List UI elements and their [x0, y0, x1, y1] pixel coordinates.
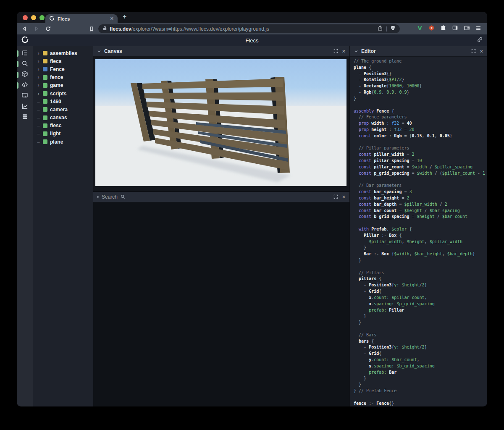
minimize-window-button[interactable]: [31, 15, 36, 20]
canvas-panel: Canvas ✕: [93, 46, 349, 191]
new-tab-button[interactable]: +: [123, 13, 126, 21]
nav-buttons: [21, 25, 52, 32]
menu-hamburger-icon[interactable]: [475, 25, 481, 33]
tree-item-flecs[interactable]: ›flecs: [33, 57, 93, 65]
extension-hexagon-icon[interactable]: [428, 25, 435, 33]
expand-caret-icon[interactable]: ›: [37, 50, 40, 56]
search-input[interactable]: Search: [102, 194, 118, 200]
share-icon[interactable]: [377, 25, 383, 33]
tree-item-label: flecs: [50, 58, 61, 64]
code-line: pillars {: [354, 276, 487, 282]
close-panel-icon[interactable]: ✕: [342, 195, 346, 199]
canvas-panel-title: Canvas: [104, 48, 122, 54]
fullscreen-icon[interactable]: [471, 47, 476, 55]
sidebar-button-canvas-icon[interactable]: [17, 91, 33, 102]
tab-close-icon[interactable]: ✕: [110, 16, 114, 21]
entity-color-square: [43, 51, 47, 55]
sidebar-button-chart-icon[interactable]: [17, 102, 33, 112]
url-host: flecs.dev: [110, 26, 131, 32]
expand-caret-icon[interactable]: ›: [37, 58, 40, 64]
flecs-favicon-icon: [49, 15, 55, 23]
zoom-window-button[interactable]: [39, 15, 45, 20]
fullscreen-icon[interactable]: [333, 193, 338, 201]
tree-item-1460[interactable]: –1460: [33, 97, 93, 105]
browser-tab[interactable]: Flecs ✕: [45, 14, 118, 23]
code-line: - Rotation3{$PI/2}: [354, 77, 487, 83]
tree-item-assemblies[interactable]: ›assemblies: [33, 49, 93, 57]
expand-caret-icon[interactable]: ›: [37, 91, 40, 97]
tree-item-light[interactable]: –light: [33, 130, 93, 138]
code-line: const pillar_spacing = 10: [354, 158, 487, 164]
chevron-down-icon[interactable]: [354, 47, 358, 55]
code-editor[interactable]: // The ground planeplane { - Position3{}…: [350, 57, 487, 406]
center-column: Canvas ✕: [93, 46, 349, 406]
sidebar-panel-icon[interactable]: [452, 25, 458, 33]
desktop: Flecs ✕ +: [0, 0, 504, 430]
tree-item-flesc[interactable]: –flesc: [33, 122, 93, 130]
collapsed-dot-icon[interactable]: [97, 196, 99, 198]
close-panel-icon[interactable]: ✕: [342, 49, 346, 54]
expand-caret-icon[interactable]: ›: [37, 74, 40, 80]
search-icon: [121, 193, 125, 201]
sidebar-button-stack-icon[interactable]: [17, 112, 33, 123]
bookmark-icon[interactable]: [88, 25, 95, 32]
code-line: with Prefab, $color {: [354, 226, 487, 233]
code-line: }: [354, 245, 487, 251]
entity-color-square: [43, 123, 47, 128]
expand-caret-icon[interactable]: ›: [37, 82, 40, 88]
brave-shield-icon[interactable]: [390, 25, 396, 33]
canvas-icon: [21, 92, 28, 100]
code-line: // Pillars: [354, 270, 487, 276]
fence-3d-render[interactable]: [95, 59, 346, 186]
sidebar-button-code-icon[interactable]: [17, 80, 33, 91]
sidebar-button-cube-icon[interactable]: [17, 70, 33, 80]
tree-item-scripts[interactable]: ›scripts: [33, 89, 93, 97]
code-line: - Rgb{0.9, 0.9, 0.9}: [354, 89, 487, 96]
search-results-area[interactable]: [93, 202, 349, 406]
tree-item-camera[interactable]: –camera: [33, 105, 93, 113]
code-icon: [21, 81, 28, 90]
entity-color-square: [43, 99, 47, 104]
forward-icon[interactable]: [33, 25, 40, 32]
url-bar[interactable]: flecs.dev/explorer/?wasm=https://www.fle…: [98, 24, 400, 33]
window-controls: [23, 15, 45, 20]
code-line: - Position3{y: $height/2}: [354, 344, 487, 351]
code-line: // The ground plane: [354, 58, 487, 65]
tree-item-plane[interactable]: –plane: [33, 138, 93, 146]
tree-item-label: canvas: [50, 115, 67, 121]
code-line: }: [354, 375, 487, 382]
code-line: - Grid{: [354, 288, 487, 295]
code-line: const bar_count = $height / $bar_spacing: [354, 208, 487, 214]
code-line: - Grid{: [354, 351, 487, 357]
code-line: bars {: [354, 338, 487, 345]
code-line: [354, 326, 487, 332]
back-icon[interactable]: [21, 25, 28, 32]
entity-color-square: [43, 115, 47, 120]
tree-item-canvas[interactable]: –canvas: [33, 114, 93, 122]
code-line: }: [354, 382, 487, 388]
tree-item-game[interactable]: ›game: [33, 81, 93, 89]
close-panel-icon[interactable]: ✕: [480, 49, 483, 54]
leaf-dash-icon: –: [37, 107, 40, 112]
extensions-puzzle-icon[interactable]: [440, 25, 446, 33]
fullscreen-icon[interactable]: [333, 47, 338, 55]
sidebar-button-tree-icon[interactable]: [17, 48, 33, 59]
tree-item-Fence[interactable]: ›Fence: [33, 65, 93, 73]
code-line: [354, 176, 487, 183]
close-window-button[interactable]: [23, 15, 28, 20]
vue-devtools-icon[interactable]: [417, 25, 423, 33]
leaf-dash-icon: –: [37, 139, 40, 144]
tree-item-fence[interactable]: ›fence: [33, 73, 93, 81]
chevron-down-icon[interactable]: [97, 47, 101, 55]
entity-color-square: [43, 59, 47, 63]
reload-icon[interactable]: [45, 25, 52, 32]
search-panel-header: Search ✕: [93, 192, 349, 202]
entity-color-square: [43, 83, 47, 88]
expand-caret-icon[interactable]: ›: [37, 66, 40, 72]
code-line: [354, 264, 487, 270]
tree-item-label: light: [50, 131, 60, 136]
sidebar-button-search-icon[interactable]: [17, 59, 33, 69]
wallet-icon[interactable]: [464, 25, 470, 33]
code-line: }: [354, 96, 487, 102]
code-line: assembly Fence {: [354, 108, 487, 115]
